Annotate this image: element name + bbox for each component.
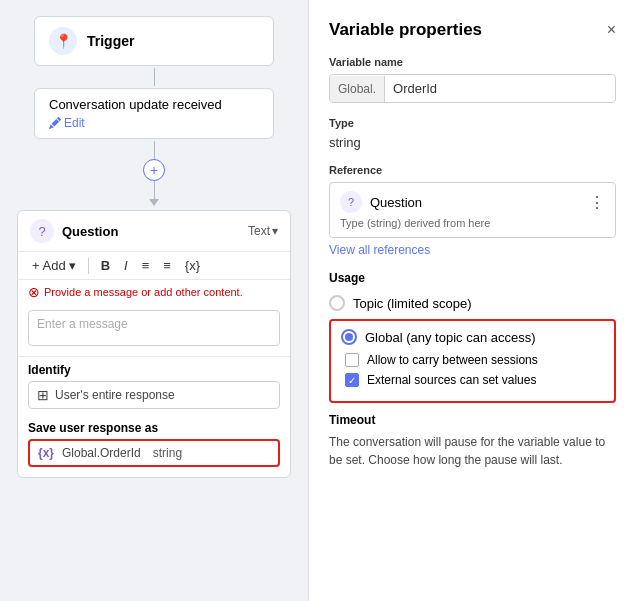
global-option-box: Global (any topic can access) Allow to c… <box>329 319 616 403</box>
reference-label: Reference <box>329 164 616 176</box>
question-card: ? Question Text ▾ + Add ▾ B I ≡ ≡ {x} ⊗ … <box>17 210 291 478</box>
message-input[interactable]: Enter a message <box>28 310 280 346</box>
type-label: Type <box>329 117 616 129</box>
connector-2: + <box>143 141 165 206</box>
edit-link[interactable]: Edit <box>49 116 259 130</box>
reference-box: ? Question ⋮ Type (string) derived from … <box>329 182 616 238</box>
var-name-label: Variable name <box>329 56 616 68</box>
connector-1 <box>154 68 155 86</box>
save-section: Save user response as {x} Global.OrderId… <box>18 415 290 477</box>
reference-left: ? Question <box>340 191 422 213</box>
conversation-title: Conversation update received <box>49 97 259 112</box>
error-message: ⊗ Provide a message or add other content… <box>18 280 290 304</box>
identify-box: ⊞ User's entire response <box>28 381 280 409</box>
connector-line-1 <box>154 68 155 86</box>
italic-button[interactable]: I <box>120 256 132 275</box>
timeout-section: Timeout The conversation will pause for … <box>329 413 616 469</box>
variable-name-box: Global. OrderId <box>329 74 616 103</box>
reference-name: Question <box>370 195 422 210</box>
list2-button[interactable]: ≡ <box>159 256 175 275</box>
usage-label: Usage <box>329 271 616 285</box>
type-value: string <box>329 135 616 150</box>
connector-line-3 <box>154 181 155 199</box>
question-header-left: ? Question <box>30 219 118 243</box>
save-var-icon: {x} <box>38 446 54 460</box>
variable-button[interactable]: {x} <box>181 256 204 275</box>
view-all-references-link[interactable]: View all references <box>329 243 430 257</box>
question-icon: ? <box>30 219 54 243</box>
var-name-prefix: Global. <box>330 76 385 102</box>
add-step-button[interactable]: + <box>143 159 165 181</box>
error-icon: ⊗ <box>28 284 40 300</box>
save-var-type: string <box>153 446 182 460</box>
identify-value: User's entire response <box>55 388 175 402</box>
question-header: ? Question Text ▾ <box>18 211 290 252</box>
timeout-title: Timeout <box>329 413 616 427</box>
global-label: Global (any topic can access) <box>365 330 536 345</box>
external-sources-option[interactable]: External sources can set values <box>341 373 604 387</box>
bold-button[interactable]: B <box>97 256 114 275</box>
reference-row: ? Question ⋮ <box>340 191 605 213</box>
identify-icon: ⊞ <box>37 387 49 403</box>
add-button[interactable]: + Add ▾ <box>28 256 80 275</box>
save-box: {x} Global.OrderId string <box>28 439 280 467</box>
carry-sessions-checkbox[interactable] <box>345 353 359 367</box>
global-radio[interactable] <box>341 329 357 345</box>
question-card-label: Question <box>62 224 118 239</box>
topic-radio[interactable] <box>329 295 345 311</box>
external-sources-checkbox[interactable] <box>345 373 359 387</box>
carry-sessions-label: Allow to carry between sessions <box>367 353 538 367</box>
edit-label: Edit <box>64 116 85 130</box>
list1-button[interactable]: ≡ <box>138 256 154 275</box>
trigger-label: Trigger <box>87 33 134 49</box>
panel-title: Variable properties <box>329 20 482 40</box>
close-button[interactable]: × <box>607 21 616 39</box>
save-var-name: Global.OrderId <box>62 446 141 460</box>
question-type[interactable]: Text ▾ <box>248 224 278 238</box>
external-sources-label: External sources can set values <box>367 373 536 387</box>
reference-subtext: Type (string) derived from here <box>340 217 605 229</box>
connector-line-2 <box>154 141 155 159</box>
trigger-icon: 📍 <box>49 27 77 55</box>
connector-arrow <box>149 199 159 206</box>
conversation-card: Conversation update received Edit <box>34 88 274 139</box>
save-title: Save user response as <box>28 421 280 435</box>
topic-option[interactable]: Topic (limited scope) <box>329 295 616 311</box>
right-panel: Variable properties × Variable name Glob… <box>308 0 636 601</box>
topic-label: Topic (limited scope) <box>353 296 472 311</box>
identify-title: Identify <box>28 363 280 377</box>
var-name-value: OrderId <box>385 75 615 102</box>
carry-between-sessions-option[interactable]: Allow to carry between sessions <box>341 353 604 367</box>
global-option[interactable]: Global (any topic can access) <box>341 329 604 345</box>
panel-header: Variable properties × <box>329 20 616 40</box>
reference-icon: ? <box>340 191 362 213</box>
reference-more-button[interactable]: ⋮ <box>589 193 605 212</box>
identify-section: Identify ⊞ User's entire response <box>18 356 290 415</box>
trigger-card: 📍 Trigger <box>34 16 274 66</box>
toolbar-separator-1 <box>88 258 89 274</box>
question-toolbar: + Add ▾ B I ≡ ≡ {x} <box>18 252 290 280</box>
timeout-text: The conversation will pause for the vari… <box>329 433 616 469</box>
left-panel: 📍 Trigger Conversation update received E… <box>0 0 308 601</box>
message-area: Enter a message <box>18 304 290 356</box>
